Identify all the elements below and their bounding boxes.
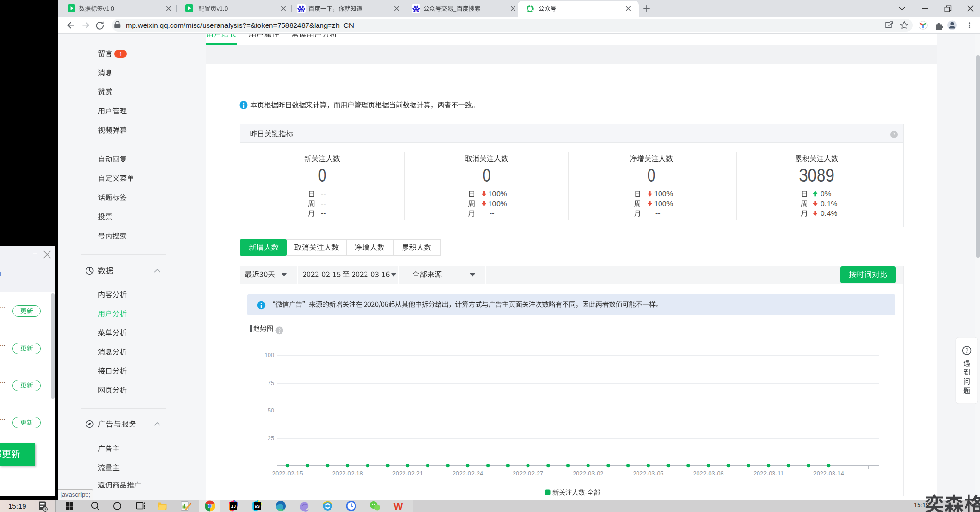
svg-text:IJ: IJ — [231, 504, 236, 509]
svg-text:1: 1 — [119, 51, 122, 57]
svg-text:W: W — [394, 501, 403, 512]
svg-text:...: ... — [0, 302, 6, 310]
svg-text:du: du — [300, 10, 303, 12]
svg-text:...: ... — [0, 413, 6, 421]
svg-text:du: du — [415, 10, 417, 12]
svg-text:WS: WS — [255, 504, 260, 509]
svg-text:...: ... — [0, 376, 6, 384]
svg-text:...: ... — [0, 339, 6, 347]
